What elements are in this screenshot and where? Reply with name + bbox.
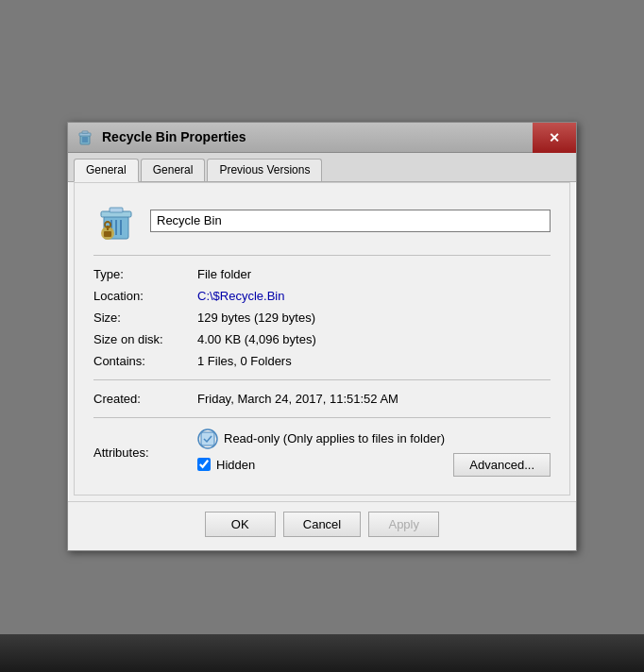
prop-label: Created: bbox=[93, 388, 197, 410]
created-table: Created: Friday, March 24, 2017, 11:51:5… bbox=[93, 388, 551, 410]
tab-previous-versions[interactable]: Previous Versions bbox=[207, 159, 322, 181]
readonly-circle-indicator bbox=[197, 428, 218, 449]
svg-rect-8 bbox=[110, 208, 123, 212]
tab-general-1[interactable]: General bbox=[74, 159, 139, 182]
name-row bbox=[93, 198, 551, 244]
attributes-row: Attributes: Read-only (Onl bbox=[93, 426, 551, 479]
prop-label: Type: bbox=[93, 263, 197, 285]
footer: OK Cancel Apply bbox=[68, 501, 576, 550]
svg-rect-2 bbox=[82, 131, 88, 133]
cancel-button[interactable]: Cancel bbox=[283, 512, 361, 537]
prop-value: C:\$Recycle.Bin bbox=[197, 285, 551, 307]
prop-value: Friday, March 24, 2017, 11:51:52 AM bbox=[197, 388, 551, 410]
attributes-controls: Read-only (Only applies to files in fold… bbox=[197, 426, 551, 479]
prop-value: 1 Files, 0 Folders bbox=[197, 350, 551, 372]
hidden-checkbox[interactable] bbox=[197, 458, 211, 471]
recycle-bin-icon bbox=[94, 199, 138, 243]
properties-table: Type: File folder Location: C:\$Recycle.… bbox=[93, 263, 551, 372]
prop-value: 129 bytes (129 bytes) bbox=[197, 307, 551, 328]
hidden-row: Hidden Advanced... bbox=[197, 453, 551, 477]
separator-1 bbox=[93, 255, 551, 256]
attributes-label: Attributes: bbox=[93, 426, 197, 479]
tab-strip: General General Previous Versions bbox=[68, 153, 576, 182]
svg-rect-1 bbox=[79, 133, 91, 136]
prop-label: Contains: bbox=[93, 350, 197, 372]
titlebar: Recycle Bin Properties ✕ bbox=[68, 123, 576, 153]
folder-icon-area bbox=[93, 198, 139, 244]
advanced-button[interactable]: Advanced... bbox=[453, 453, 551, 477]
prop-label: Location: bbox=[93, 285, 197, 307]
prop-label: Size: bbox=[93, 307, 197, 328]
table-row: Contains: 1 Files, 0 Folders bbox=[93, 350, 551, 372]
table-row: Created: Friday, March 24, 2017, 11:51:5… bbox=[93, 388, 551, 410]
close-button[interactable]: ✕ bbox=[533, 123, 576, 153]
attributes-table: Attributes: Read-only (Onl bbox=[93, 426, 551, 479]
separator-3 bbox=[93, 417, 551, 418]
svg-rect-13 bbox=[104, 231, 111, 237]
titlebar-icon bbox=[76, 127, 94, 146]
content-area: Type: File folder Location: C:\$Recycle.… bbox=[74, 182, 570, 496]
readonly-label: Read-only (Only applies to files in fold… bbox=[224, 431, 445, 445]
prop-label: Size on disk: bbox=[93, 328, 197, 350]
separator-2 bbox=[93, 379, 551, 380]
table-row: Type: File folder bbox=[93, 263, 551, 285]
dialog-title: Recycle Bin Properties bbox=[102, 129, 568, 144]
table-row: Location: C:\$Recycle.Bin bbox=[93, 285, 551, 307]
readonly-row: Read-only (Only applies to files in fold… bbox=[197, 428, 551, 449]
svg-rect-16 bbox=[201, 432, 214, 445]
tab-general-2[interactable]: General bbox=[141, 159, 206, 181]
name-input[interactable] bbox=[150, 210, 551, 232]
apply-button[interactable]: Apply bbox=[368, 512, 439, 537]
recycle-bin-properties-dialog: Recycle Bin Properties ✕ General General… bbox=[67, 122, 577, 551]
prop-value: 4.00 KB (4,096 bytes) bbox=[197, 328, 551, 350]
table-row: Size: 129 bytes (129 bytes) bbox=[93, 307, 551, 328]
ok-button[interactable]: OK bbox=[205, 512, 276, 537]
prop-value: File folder bbox=[197, 263, 551, 285]
hidden-label: Hidden bbox=[216, 458, 255, 472]
table-row: Size on disk: 4.00 KB (4,096 bytes) bbox=[93, 328, 551, 350]
